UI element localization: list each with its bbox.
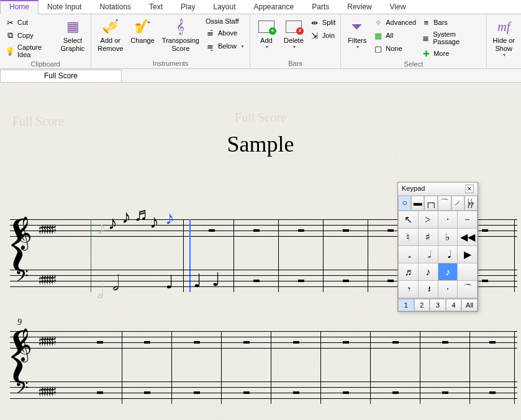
- document-tab[interactable]: Full Score: [0, 70, 122, 82]
- advanced-button[interactable]: ✧ Advanced: [371, 17, 419, 28]
- tab-text[interactable]: Text: [140, 0, 172, 14]
- close-icon[interactable]: ✕: [465, 185, 474, 193]
- whole-rest[interactable]: [209, 229, 215, 232]
- keypad-top-tab-5[interactable]: 𝄭𝄭: [464, 196, 478, 210]
- whole-rest[interactable]: [343, 229, 349, 232]
- cut-button[interactable]: ✂ Cut: [2, 17, 57, 28]
- keypad-page-2[interactable]: 2: [414, 299, 430, 311]
- whole-rest[interactable]: [298, 229, 304, 232]
- tab-appearance[interactable]: Appearance: [245, 0, 303, 14]
- keypad-cell[interactable]: 𝅗: [399, 246, 418, 263]
- tab-review[interactable]: Review: [338, 0, 381, 14]
- keypad-panel[interactable]: Keypad ✕ ○ ▬ ┌┐ ⌒ ⟋ 𝄭𝄭 ↖ > · − ♮ ♯ ♭ ◀◀ …: [397, 182, 478, 312]
- whole-rest[interactable]: [387, 280, 394, 282]
- keypad-titlebar[interactable]: Keypad ✕: [398, 183, 478, 196]
- select-bars-button[interactable]: ≡ Bars: [419, 17, 483, 28]
- ossia-staff-button[interactable]: Ossia Staff: [203, 17, 247, 25]
- split-bar-button[interactable]: ⇹ Split: [307, 17, 338, 28]
- whole-rest[interactable]: [293, 341, 299, 344]
- tab-note-input[interactable]: Note Input: [39, 0, 91, 14]
- keypad-cell[interactable]: 𝄾: [399, 281, 418, 298]
- system-passage-button[interactable]: ≣ System Passage: [419, 30, 483, 46]
- keypad-cell[interactable]: ▶: [458, 246, 477, 263]
- keypad-top-tab-4[interactable]: ⟋: [451, 196, 464, 210]
- tab-home[interactable]: Home: [0, 0, 39, 14]
- keypad-top-tab-0[interactable]: ○: [398, 196, 411, 210]
- none-button[interactable]: ▢ None: [371, 43, 419, 54]
- keypad-cell[interactable]: ·: [438, 211, 458, 228]
- whole-rest[interactable]: [489, 341, 496, 344]
- tab-layout[interactable]: Layout: [204, 0, 245, 14]
- whole-rest[interactable]: [144, 341, 150, 344]
- tab-notations[interactable]: Notations: [91, 0, 140, 14]
- keypad-top-tab-3[interactable]: ⌒: [438, 196, 451, 210]
- above-button[interactable]: ≡̂ Above: [203, 27, 247, 39]
- whole-rest[interactable]: [144, 391, 150, 394]
- add-bar-button[interactable]: + Add ▼: [253, 16, 280, 58]
- keypad-page-4[interactable]: 4: [446, 299, 462, 311]
- copy-button[interactable]: ⧉ Copy: [2, 30, 57, 41]
- staff-bass-2[interactable]: 𝄢 ♯♯♯♯♯♯: [10, 381, 517, 404]
- keypad-cell[interactable]: ♪: [419, 263, 438, 280]
- below-button[interactable]: ≡̬ Below ▼: [203, 40, 247, 52]
- keypad-cell[interactable]: >: [419, 211, 438, 228]
- all-button[interactable]: ▦ All: [371, 30, 419, 41]
- score-canvas[interactable]: Full Score Full Score Sample 𝄔 𝄞 ♯♯♯♯♯♯ …: [0, 83, 521, 420]
- keypad-cell[interactable]: 𝅘𝅥: [438, 246, 458, 263]
- keypad-page-3[interactable]: 3: [430, 299, 446, 311]
- tab-parts[interactable]: Parts: [303, 0, 338, 14]
- whole-rest[interactable]: [392, 391, 399, 394]
- whole-rest[interactable]: [387, 229, 394, 232]
- whole-rest[interactable]: [343, 341, 349, 344]
- keypad-cell[interactable]: ·: [438, 281, 458, 298]
- keypad-cell[interactable]: 𝄽: [419, 281, 438, 298]
- keypad-cell[interactable]: ♯: [419, 229, 438, 245]
- whole-rest[interactable]: [97, 341, 103, 344]
- keypad-cell[interactable]: ♬: [399, 263, 418, 280]
- keypad-cell-active[interactable]: ♪: [438, 263, 458, 280]
- keypad-cell[interactable]: 𝅗𝅥: [419, 246, 438, 263]
- select-graphic-button[interactable]: ▦ Select Graphic: [57, 16, 89, 59]
- keypad-top-tab-1[interactable]: ▬: [411, 196, 424, 210]
- keypad-page-1[interactable]: 1: [398, 299, 414, 311]
- keypad-page-all[interactable]: All: [461, 299, 478, 311]
- add-remove-button[interactable]: 🎺 Add or Remove: [94, 16, 127, 58]
- capture-idea-button[interactable]: 💡 Capture Idea: [2, 43, 57, 59]
- keypad-cell[interactable]: ↖: [399, 211, 418, 228]
- whole-rest[interactable]: [243, 391, 250, 394]
- keypad-cell[interactable]: ♭: [438, 229, 458, 245]
- whole-rest[interactable]: [442, 341, 448, 344]
- keypad-top-tab-2[interactable]: ┌┐: [424, 196, 438, 210]
- staff-treble-2[interactable]: 𝄞 ♯♯♯♯♯♯: [10, 331, 517, 354]
- whole-rest[interactable]: [482, 280, 488, 282]
- transposing-button[interactable]: 𝄞 Transposing Score: [158, 16, 203, 58]
- whole-rest[interactable]: [253, 229, 260, 232]
- whole-rest[interactable]: [482, 229, 488, 232]
- whole-rest[interactable]: [194, 341, 200, 344]
- filters-button[interactable]: ⏷ Filters ▼: [343, 16, 371, 59]
- join-bar-button[interactable]: ⇲ Join: [307, 30, 338, 41]
- keypad-cell[interactable]: ◀◀: [458, 229, 477, 245]
- whole-rest[interactable]: [392, 341, 399, 344]
- delete-bar-button[interactable]: × Delete ▼: [280, 16, 307, 58]
- whole-rest[interactable]: [97, 391, 103, 394]
- whole-rest[interactable]: [489, 391, 496, 394]
- whole-rest[interactable]: [243, 341, 250, 344]
- whole-rest[interactable]: [442, 391, 448, 394]
- keypad-cell[interactable]: [458, 263, 477, 280]
- keypad-cell[interactable]: −: [458, 211, 477, 228]
- score-title[interactable]: Sample: [0, 131, 521, 157]
- tab-view[interactable]: View: [381, 0, 415, 14]
- change-button[interactable]: 🎷 Change: [127, 16, 158, 58]
- whole-rest[interactable]: [253, 280, 260, 282]
- more-button[interactable]: ✚ More: [419, 48, 483, 59]
- whole-rest[interactable]: [298, 280, 304, 282]
- keypad-cell[interactable]: ♮: [399, 229, 418, 245]
- keypad-cell[interactable]: ⌒: [458, 281, 477, 298]
- whole-rest[interactable]: [194, 391, 200, 394]
- whole-rest[interactable]: [343, 391, 349, 394]
- whole-rest[interactable]: [293, 391, 299, 394]
- hide-show-button[interactable]: mf Hide or Show ▼: [489, 16, 519, 68]
- tab-play[interactable]: Play: [172, 0, 204, 14]
- whole-rest[interactable]: [343, 280, 349, 282]
